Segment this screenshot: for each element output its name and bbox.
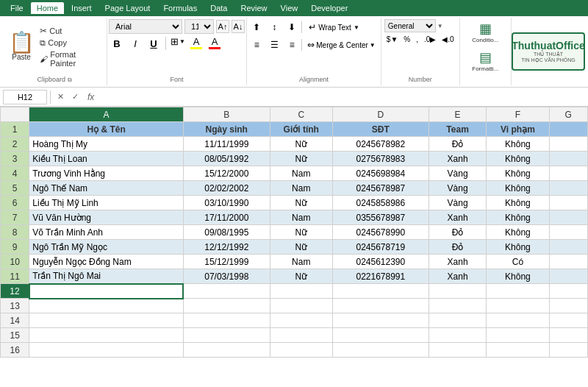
cell-A8[interactable]: Võ Trần Minh Anh bbox=[29, 225, 184, 240]
cell-D13[interactable] bbox=[332, 299, 429, 313]
tab-review[interactable]: Review bbox=[234, 2, 273, 14]
cell-F2[interactable]: Không bbox=[487, 137, 549, 152]
cell-A3[interactable]: Kiều Thị Loan bbox=[29, 152, 184, 166]
cell-D8[interactable]: 0245678990 bbox=[332, 225, 429, 240]
cell-E1[interactable]: Team bbox=[429, 122, 487, 137]
tab-data[interactable]: Data bbox=[204, 2, 233, 14]
cell-C15[interactable] bbox=[270, 328, 332, 343]
cell-reference-box[interactable] bbox=[3, 90, 47, 104]
copy-button[interactable]: ⧉ Copy bbox=[38, 38, 102, 49]
cell-A11[interactable]: Trần Thị Ngô Mai bbox=[29, 269, 184, 284]
cell-C4[interactable]: Nam bbox=[270, 166, 332, 181]
cell-B15[interactable] bbox=[183, 328, 270, 343]
percent-button[interactable]: % bbox=[401, 34, 412, 45]
cell-D2[interactable]: 0245678982 bbox=[332, 137, 429, 152]
cell-B11[interactable]: 07/03/1998 bbox=[183, 269, 270, 284]
col-header-G[interactable]: G bbox=[549, 107, 587, 122]
cell-C14[interactable] bbox=[270, 313, 332, 328]
formula-input[interactable] bbox=[100, 93, 585, 102]
cell-C16[interactable] bbox=[270, 343, 332, 358]
cell-C12[interactable] bbox=[270, 284, 332, 299]
cell-F10[interactable]: Có bbox=[487, 255, 549, 269]
font-name-select[interactable]: Arial Calibri Times New Roman bbox=[109, 19, 182, 34]
row-header-1[interactable]: 1 bbox=[1, 122, 29, 137]
cancel-formula-button[interactable]: ✕ bbox=[54, 90, 67, 104]
cell-C6[interactable]: Nữ bbox=[270, 196, 332, 210]
cell-G11[interactable] bbox=[549, 269, 587, 284]
cell-F14[interactable] bbox=[487, 313, 549, 328]
cell-E7[interactable]: Xanh bbox=[429, 210, 487, 225]
col-header-D[interactable]: D bbox=[332, 107, 429, 122]
cell-D12[interactable] bbox=[332, 284, 429, 299]
cell-F11[interactable]: Không bbox=[487, 269, 549, 284]
cell-A9[interactable]: Ngô Trần Mỹ Ngọc bbox=[29, 240, 184, 255]
cell-B12[interactable] bbox=[183, 284, 270, 299]
row-header-10[interactable]: 10 bbox=[1, 255, 29, 269]
align-bottom-button[interactable]: ⬇ bbox=[284, 19, 300, 35]
cell-C10[interactable]: Nam bbox=[270, 255, 332, 269]
decrease-decimal-button[interactable]: ◀.0 bbox=[440, 34, 456, 45]
row-header-4[interactable]: 4 bbox=[1, 166, 29, 181]
tab-insert[interactable]: Insert bbox=[65, 2, 98, 14]
row-header-11[interactable]: 11 bbox=[1, 269, 29, 284]
cell-E10[interactable]: Xanh bbox=[429, 255, 487, 269]
align-center-button[interactable]: ☰ bbox=[266, 37, 282, 53]
cell-F6[interactable]: Không bbox=[487, 196, 549, 210]
cell-E4[interactable]: Vàng bbox=[429, 166, 487, 181]
tab-page-layout[interactable]: Page Layout bbox=[99, 2, 157, 14]
align-left-button[interactable]: ≡ bbox=[248, 37, 265, 53]
comma-button[interactable]: , bbox=[414, 34, 420, 45]
cell-C2[interactable]: Nữ bbox=[270, 137, 332, 152]
cell-B13[interactable] bbox=[183, 299, 270, 313]
cell-C11[interactable]: Nữ bbox=[270, 269, 332, 284]
wrap-text-button[interactable]: ↵ Wrap Text ▼ bbox=[304, 21, 365, 34]
cell-E16[interactable] bbox=[429, 343, 487, 358]
align-top-button[interactable]: ⬆ bbox=[248, 19, 265, 35]
font-size-select[interactable]: 891011121416 bbox=[184, 19, 214, 34]
italic-button[interactable]: I bbox=[127, 35, 143, 52]
row-header-14[interactable]: 14 bbox=[1, 313, 29, 328]
cell-E12[interactable] bbox=[429, 284, 487, 299]
row-header-16[interactable]: 16 bbox=[1, 343, 29, 358]
currency-button[interactable]: $▼ bbox=[384, 34, 400, 45]
cell-A5[interactable]: Ngô Thế Nam bbox=[29, 181, 184, 196]
cell-D6[interactable]: 0245858986 bbox=[332, 196, 429, 210]
tab-formulas[interactable]: Formulas bbox=[157, 2, 203, 14]
cell-G3[interactable] bbox=[549, 152, 587, 166]
cell-E6[interactable]: Vàng bbox=[429, 196, 487, 210]
border-color-button[interactable]: ⊞▼ bbox=[170, 35, 186, 52]
font-color-button[interactable]: A bbox=[207, 35, 223, 52]
fill-color-button[interactable]: A bbox=[188, 35, 204, 52]
cell-B9[interactable]: 12/12/1992 bbox=[183, 240, 270, 255]
cell-F7[interactable]: Không bbox=[487, 210, 549, 225]
cell-G5[interactable] bbox=[549, 181, 587, 196]
cell-G9[interactable] bbox=[549, 240, 587, 255]
cell-A12[interactable] bbox=[29, 284, 184, 299]
cell-E13[interactable] bbox=[429, 299, 487, 313]
col-header-F[interactable]: F bbox=[487, 107, 549, 122]
cell-A2[interactable]: Hoàng Thị My bbox=[29, 137, 184, 152]
cell-B7[interactable]: 17/11/2000 bbox=[183, 210, 270, 225]
paste-button[interactable]: 📋 Paste bbox=[7, 32, 35, 61]
font-increase-button[interactable]: A↑ bbox=[216, 20, 229, 33]
cell-G12[interactable] bbox=[549, 284, 587, 299]
cell-C9[interactable]: Nữ bbox=[270, 240, 332, 255]
cell-A13[interactable] bbox=[29, 299, 184, 313]
cell-E3[interactable]: Xanh bbox=[429, 152, 487, 166]
row-header-3[interactable]: 3 bbox=[1, 152, 29, 166]
row-header-15[interactable]: 15 bbox=[1, 328, 29, 343]
row-header-13[interactable]: 13 bbox=[1, 299, 29, 313]
cell-B4[interactable]: 15/12/2000 bbox=[183, 166, 270, 181]
cell-D1[interactable]: SĐT bbox=[332, 122, 429, 137]
cell-B8[interactable]: 09/08/1995 bbox=[183, 225, 270, 240]
cell-A6[interactable]: Liều Thị Mỹ Linh bbox=[29, 196, 184, 210]
cell-F9[interactable]: Không bbox=[487, 240, 549, 255]
bold-button[interactable]: B bbox=[109, 35, 125, 52]
cell-D15[interactable] bbox=[332, 328, 429, 343]
cell-G1[interactable] bbox=[549, 122, 587, 137]
row-header-2[interactable]: 2 bbox=[1, 137, 29, 152]
cell-G13[interactable] bbox=[549, 299, 587, 313]
cell-A1[interactable]: Họ & Tên bbox=[29, 122, 184, 137]
cell-C1[interactable]: Giới tính bbox=[270, 122, 332, 137]
cell-C5[interactable]: Nam bbox=[270, 181, 332, 196]
